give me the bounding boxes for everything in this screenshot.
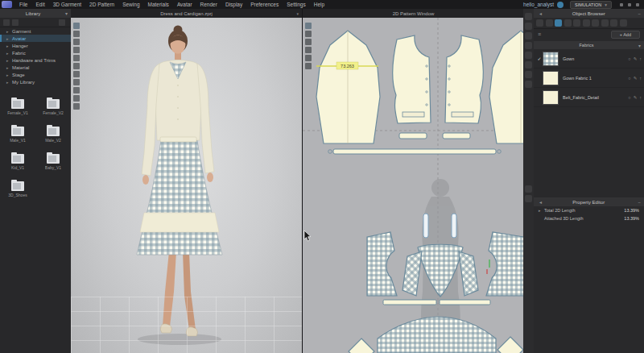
library-item-material[interactable]: ▸ Material xyxy=(0,64,71,71)
dress-belt[interactable] xyxy=(160,137,196,142)
menu-file[interactable]: File xyxy=(15,2,31,7)
library-folder[interactable]: Female_V2 xyxy=(39,99,68,115)
library-item-avatar[interactable]: ▸ Avatar xyxy=(0,35,71,42)
tab-scene[interactable] xyxy=(536,19,543,27)
library-folder[interactable]: Male_V1 xyxy=(3,127,32,143)
2d-pattern-viewport[interactable]: 73.263 xyxy=(303,18,524,353)
2d-pattern-window[interactable]: 2D Pattern Window xyxy=(302,9,524,353)
library-folder[interactable]: Female_V1 xyxy=(3,99,32,115)
pattern-waistband-right[interactable] xyxy=(440,300,490,305)
pattern-bodice-front-left[interactable] xyxy=(393,35,431,123)
refresh-icon[interactable]: ○ xyxy=(628,56,630,61)
fold-tool-icon[interactable] xyxy=(73,87,80,93)
edit-icon[interactable]: ✎ xyxy=(634,56,638,61)
3d-garment-window[interactable]: Dress and Cardigan.zprj ▾ xyxy=(71,9,302,353)
tab-trim[interactable] xyxy=(620,19,627,27)
add-fabric-button[interactable]: + Add xyxy=(611,31,640,39)
fabric-swatch-cream[interactable] xyxy=(543,71,559,85)
tab-buttonhole[interactable] xyxy=(573,19,580,27)
pattern-sleeve-left[interactable]: 73.263 xyxy=(316,31,380,143)
window-control-icon[interactable] xyxy=(628,3,631,6)
pattern-bodice-front-right[interactable] xyxy=(445,35,483,123)
pattern-dress-back-left[interactable] xyxy=(367,232,397,296)
fabrics-section-header[interactable]: Fabrics ▾ xyxy=(534,41,644,49)
collapse-icon[interactable]: − xyxy=(638,200,641,205)
library-folder[interactable]: 3D_Shoes xyxy=(3,181,32,197)
history-icon[interactable] xyxy=(525,23,532,30)
simulate-tool-icon[interactable] xyxy=(73,103,80,110)
library-item-hanger[interactable]: ▸ Hanger xyxy=(0,42,71,49)
object-browser-icon[interactable] xyxy=(525,13,532,20)
edit-icon[interactable]: ✎ xyxy=(634,95,638,100)
upload-icon[interactable]: ↑ xyxy=(639,76,642,81)
library-item-garment[interactable]: ▸ Garment xyxy=(0,27,71,35)
menu-avatar[interactable]: Avatar xyxy=(173,2,196,7)
tab-button[interactable] xyxy=(564,19,572,27)
window-control-icon[interactable] xyxy=(636,3,639,6)
zoom-tool-icon[interactable] xyxy=(73,39,80,45)
add-folder-icon[interactable] xyxy=(3,19,10,26)
fabric-row[interactable]: Belt_Fabric_Detail ○ ✎ ↑ xyxy=(534,88,644,107)
list-icon[interactable]: ≡ xyxy=(538,31,541,37)
collapse-section-icon[interactable]: ▾ xyxy=(638,43,641,48)
menu-sewing[interactable]: Sewing xyxy=(118,2,143,7)
texture-tool-icon[interactable] xyxy=(73,71,80,77)
menu-3d-garment[interactable]: 3D Garment xyxy=(49,2,85,7)
dock-icon[interactable]: ▾ xyxy=(65,10,68,16)
upload-icon[interactable]: ↑ xyxy=(639,95,642,100)
pattern-bias-panel-left[interactable] xyxy=(402,251,422,296)
comment-icon[interactable] xyxy=(525,71,532,78)
property-pin-icon[interactable] xyxy=(525,185,532,193)
edit-pattern-icon[interactable] xyxy=(305,31,312,37)
tab-garment[interactable] xyxy=(546,19,553,27)
print-layout-icon[interactable] xyxy=(525,52,532,59)
pin-tool-icon[interactable] xyxy=(73,47,80,53)
pattern-waistband-left[interactable] xyxy=(383,300,436,305)
simulation-mode-dropdown[interactable]: SIMULATION ▾ xyxy=(570,1,612,9)
menu-render[interactable]: Render xyxy=(196,2,221,7)
library-folder[interactable]: Male_V2 xyxy=(39,127,68,143)
fabric-row[interactable]: ✓ Gown ○ ✎ ↑ xyxy=(534,49,644,69)
edit-icon[interactable]: ✎ xyxy=(634,76,638,81)
collapse-icon[interactable]: − xyxy=(638,11,641,16)
menu-help[interactable]: Help xyxy=(310,2,328,7)
pattern-welt-right[interactable] xyxy=(443,133,470,139)
user-name[interactable]: hello_analyst xyxy=(523,2,554,7)
3d-viewport[interactable] xyxy=(71,18,302,353)
refresh-icon[interactable]: ○ xyxy=(628,76,630,81)
menu-materials[interactable]: Materials xyxy=(144,2,173,7)
menu-preferences[interactable]: Preferences xyxy=(246,2,283,7)
library-item-my-library[interactable]: ▸ My Library xyxy=(0,78,71,85)
property-row-total-2d-length[interactable]: ▸ Total 2D Length 13.39% xyxy=(534,206,644,214)
menu-settings[interactable]: Settings xyxy=(283,2,310,7)
pan-tool-icon[interactable] xyxy=(73,31,80,37)
button-tool-icon[interactable] xyxy=(73,79,80,85)
2d-toolbar[interactable] xyxy=(305,23,312,71)
tab-topstitch[interactable] xyxy=(583,19,590,27)
library-folder[interactable]: Baby_V1 xyxy=(39,154,68,170)
library-item-hardware-trims[interactable]: ▸ Hardware and Trims xyxy=(0,56,71,64)
measure-tool-icon[interactable] xyxy=(73,63,80,69)
select-tool-icon[interactable] xyxy=(73,23,80,29)
tab-piping[interactable] xyxy=(610,19,617,27)
transform-pattern-icon[interactable] xyxy=(305,23,312,29)
pattern-diamond-left[interactable] xyxy=(349,338,374,353)
3d-toolbar[interactable] xyxy=(73,23,80,111)
library-item-fabric[interactable]: ▸ Fabric xyxy=(0,49,71,56)
expander-icon[interactable]: ▸ xyxy=(539,208,544,213)
refresh-icon[interactable] xyxy=(12,19,19,26)
rectangle-tool-icon[interactable] xyxy=(305,55,312,61)
property-row-attached-3d-length[interactable]: Attached 3D Length 13.39% xyxy=(534,214,644,222)
user-avatar[interactable] xyxy=(557,2,564,8)
library-item-stage[interactable]: ▸ Stage xyxy=(0,71,71,78)
layers-icon[interactable] xyxy=(525,32,532,39)
polygon-tool-icon[interactable] xyxy=(305,47,312,53)
pattern-strap-left[interactable] xyxy=(423,214,428,238)
sewing-tool-icon[interactable] xyxy=(73,55,80,61)
camera-icon[interactable] xyxy=(525,81,532,88)
pattern-skirt-panel[interactable] xyxy=(378,317,496,353)
property-lock-icon[interactable] xyxy=(525,195,532,202)
menu-display[interactable]: Display xyxy=(221,2,246,7)
colorway-icon[interactable] xyxy=(525,42,532,49)
pattern-strap-right[interactable] xyxy=(452,214,456,238)
